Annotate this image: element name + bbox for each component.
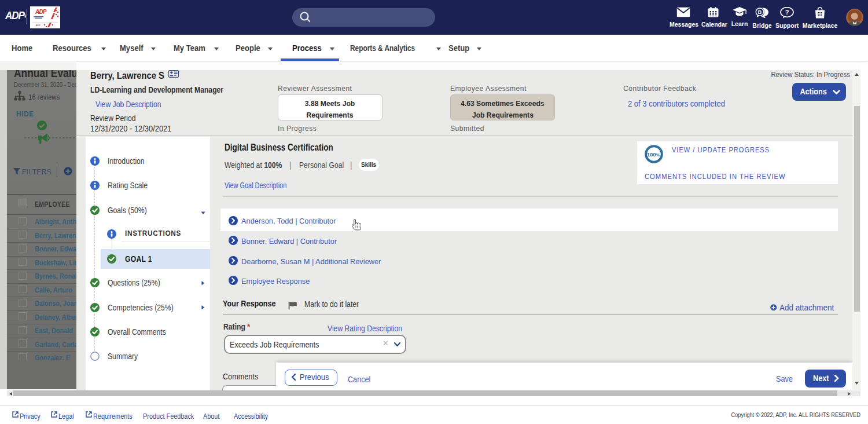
svg-text:?: ?	[785, 9, 789, 16]
svg-text:ADP: ADP	[36, 24, 41, 27]
svg-text:100%: 100%	[646, 151, 660, 158]
svg-text:B: B	[758, 9, 762, 15]
svg-text:ADP: ADP	[35, 9, 47, 15]
